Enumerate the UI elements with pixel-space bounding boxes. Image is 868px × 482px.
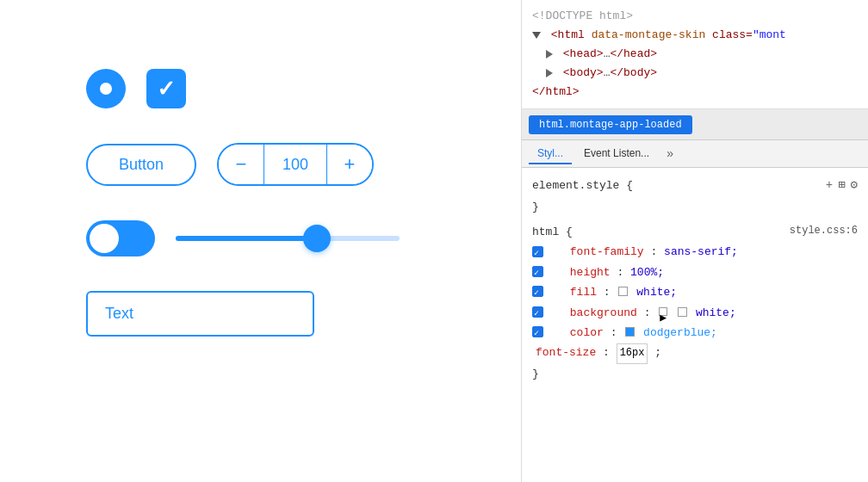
prop-checkbox-background[interactable]	[532, 306, 543, 318]
prop-checkbox-color[interactable]	[532, 326, 543, 337]
selected-element-bar: html.montage-app-loaded	[522, 109, 868, 140]
radio-button[interactable]	[86, 69, 126, 108]
stepper-increment-button[interactable]: +	[327, 145, 372, 184]
element-style-icons: + ⊞ ⚙	[826, 175, 858, 196]
ui-preview-panel: ✓ Button − 100 +	[0, 0, 521, 482]
color-color-swatch[interactable]	[625, 327, 635, 337]
body-close: </body>	[610, 66, 657, 79]
colon-fill: :	[604, 286, 611, 299]
head-arrow-icon	[546, 50, 553, 59]
font-size-input[interactable]: 16px	[617, 343, 648, 364]
font-size-semicolon: ;	[654, 346, 661, 359]
html-tag-open: <html	[551, 28, 585, 41]
style-source-link[interactable]: style.css:6	[790, 222, 858, 242]
element-style-selector: element.style {	[532, 176, 633, 195]
slider-container	[176, 220, 400, 256]
prop-name-font-family: font-family	[570, 245, 644, 258]
prop-font-family: font-family : sans-serif;	[532, 242, 858, 262]
html-rule-header: html { style.css:6	[532, 222, 858, 242]
checkbox-button[interactable]: ✓	[146, 69, 186, 108]
prop-color: color : dodgerblue;	[532, 323, 858, 343]
colon-font-family: :	[650, 245, 657, 258]
row-toggles: ✓	[86, 69, 186, 108]
prop-name-color: color	[570, 326, 604, 339]
toggle-switch[interactable]	[86, 220, 155, 256]
html-source-view: <!DOCTYPE html> <html data-montage-skin …	[522, 0, 868, 109]
head-line[interactable]: <head>…</head>	[532, 45, 858, 64]
colon-background: :	[644, 306, 651, 319]
number-stepper: − 100 +	[217, 143, 374, 186]
prop-name-height: height	[570, 266, 611, 279]
colon-font-size: :	[603, 346, 610, 359]
body-line[interactable]: <body>…</body>	[532, 64, 858, 83]
html-attr-name: data-montage-skin	[592, 28, 706, 41]
prop-fill: fill : white;	[532, 282, 858, 302]
background-color-swatch[interactable]	[678, 307, 687, 317]
text-input[interactable]	[86, 291, 314, 337]
element-style-rule: element.style { + ⊞ ⚙ }	[532, 175, 858, 217]
prop-value-background: white;	[696, 306, 736, 319]
stepper-decrement-button[interactable]: −	[219, 145, 264, 184]
body-arrow-icon	[546, 69, 553, 77]
colon-height: :	[617, 266, 623, 279]
element-style-header: element.style { + ⊞ ⚙	[532, 175, 858, 196]
slider-track	[176, 236, 400, 241]
tab-styles[interactable]: Styl...	[529, 144, 572, 164]
html-close-tag: </html>	[532, 85, 580, 98]
more-style-icon[interactable]: ⚙	[851, 175, 858, 196]
prop-checkbox-fill[interactable]	[532, 286, 543, 297]
body-tag: <body>	[563, 66, 604, 79]
tab-more-button[interactable]: »	[661, 144, 679, 164]
collapse-arrow-icon	[532, 32, 541, 39]
devtools-panel: <!DOCTYPE html> <html data-montage-skin …	[521, 0, 868, 482]
radio-inner	[100, 83, 112, 95]
slider-fill	[176, 236, 317, 241]
html-doctype-line: <!DOCTYPE html>	[532, 7, 858, 26]
html-class-value: "mont	[753, 28, 786, 41]
selected-element-label[interactable]: html.montage-app-loaded	[529, 115, 692, 134]
row-toggle-slider	[86, 220, 400, 256]
fill-color-swatch[interactable]	[618, 287, 628, 296]
html-close-line: </html>	[532, 83, 858, 102]
html-rule-selector: html {	[532, 222, 573, 242]
prop-name-background: background	[570, 306, 637, 319]
checkmark-icon: ✓	[157, 77, 176, 100]
prop-name-font-size: font-size	[536, 346, 596, 359]
edit-style-icon[interactable]: ⊞	[838, 175, 845, 196]
slider-thumb[interactable]	[303, 225, 331, 252]
html-root-line[interactable]: <html data-montage-skin class="mont	[532, 26, 858, 45]
prop-checkbox-height[interactable]	[532, 266, 543, 277]
prop-value-font-family: sans-serif;	[664, 245, 738, 258]
prop-background: background : ▶ white;	[532, 303, 858, 323]
row-button-stepper: Button − 100 +	[86, 143, 374, 186]
row-text-input	[86, 291, 314, 337]
head-tag: <head>	[563, 47, 604, 60]
prop-value-fill: white;	[636, 286, 677, 299]
element-style-close: }	[532, 197, 858, 217]
doctype-comment: <!DOCTYPE html>	[532, 9, 633, 22]
devtools-tab-bar: Styl... Event Listen... »	[522, 140, 868, 168]
prop-value-color: dodgerblue;	[643, 326, 717, 339]
html-style-rule: html { style.css:6 font-family : sans-se…	[532, 222, 858, 384]
background-triangle-icon: ▶	[659, 307, 667, 316]
html-class-attr: class=	[712, 28, 753, 41]
toggle-thumb	[90, 224, 119, 253]
prop-checkbox-font-family[interactable]	[532, 246, 543, 257]
prop-font-size: font-size : 16px ;	[532, 343, 858, 364]
head-close: </head>	[610, 47, 657, 60]
tab-event-listeners[interactable]: Event Listen...	[575, 144, 658, 164]
prop-name-fill: fill	[570, 286, 597, 299]
prop-height: height : 100%;	[532, 263, 858, 282]
primary-button[interactable]: Button	[86, 144, 196, 186]
add-style-icon[interactable]: +	[826, 175, 833, 196]
html-rule-close: }	[532, 364, 858, 384]
styles-panel: element.style { + ⊞ ⚙ } html { style.css…	[522, 168, 868, 482]
prop-value-height: 100%;	[630, 266, 664, 279]
stepper-value-display: 100	[264, 156, 326, 174]
colon-color: :	[611, 326, 617, 339]
